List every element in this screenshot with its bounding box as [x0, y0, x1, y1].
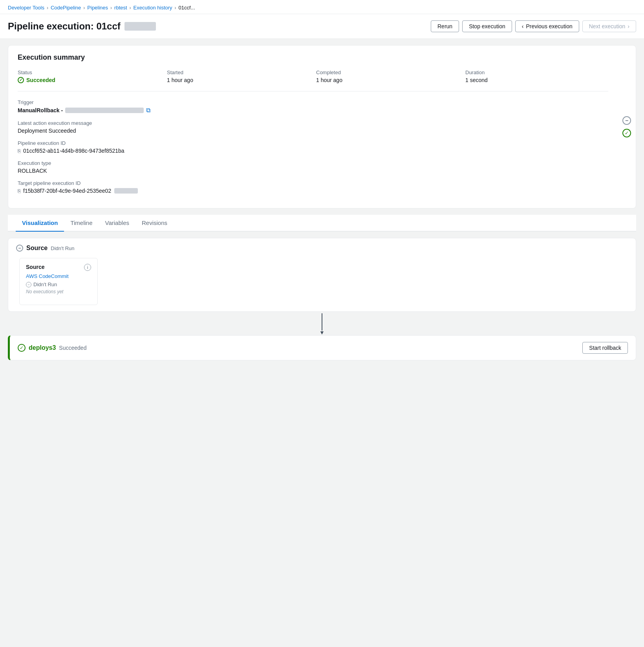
deploy-stage-icon: ✓ [18, 344, 26, 352]
breadcrumb-developer-tools[interactable]: Developer Tools [8, 5, 44, 11]
breadcrumb-sep-4: › [130, 5, 131, 11]
latest-action-field: Latest action execution message Deployme… [18, 120, 608, 134]
breadcrumb-pipelines[interactable]: Pipelines [87, 5, 108, 11]
next-execution-button[interactable]: Next execution › [582, 20, 636, 32]
target-id-row: ⎘ f15b38f7-20bf-4c9e-94ed-2535ee02 [18, 188, 608, 194]
tabs: Visualization Timeline Variables Revisio… [8, 215, 636, 232]
source-info-icon[interactable]: i [84, 264, 91, 271]
target-id-blurred [114, 188, 138, 194]
execution-type-field: Execution type ROLLBACK [18, 160, 608, 174]
execution-summary-card: Execution summary Status Succeeded Start… [8, 45, 636, 208]
completed-value: 1 hour ago [316, 77, 459, 83]
execution-type-label: Execution type [18, 160, 608, 166]
source-stage-status: Didn't Run [51, 245, 74, 251]
breadcrumb-sep-2: › [83, 5, 85, 11]
breadcrumb-current: 01ccf... [179, 5, 195, 11]
stage-arrow-connector: ▼ [8, 312, 636, 335]
source-executions-text: No executions yet [26, 289, 91, 294]
breadcrumb-sep-1: › [47, 5, 48, 11]
header-actions: Rerun Stop execution ‹ Previous executio… [431, 20, 636, 32]
deploy-stage: ✓ deploys3 Succeeded Start rollback [8, 335, 636, 360]
side-indicator-minus: − [622, 116, 631, 125]
completed-field: Completed 1 hour ago [316, 69, 459, 83]
source-action-status-icon: − [26, 282, 31, 287]
trigger-field: Trigger ManualRollback - ⧉ [18, 99, 608, 114]
started-value: 1 hour ago [167, 77, 310, 83]
side-indicator-check: ✓ [622, 129, 631, 137]
main-content: Execution summary Status Succeeded Start… [0, 39, 644, 367]
completed-label: Completed [316, 69, 459, 75]
source-actions: Source i AWS CodeCommit − Didn't Run No … [16, 258, 628, 305]
source-provider-link[interactable]: AWS CodeCommit [26, 273, 91, 279]
status-field: Status Succeeded [18, 69, 161, 83]
trigger-value: ManualRollback - [18, 107, 63, 113]
chevron-right-icon: › [628, 23, 629, 29]
execution-id-label: Pipeline execution ID [18, 140, 608, 146]
execution-id-row: ⎘ 01ccf652-ab11-4d4b-898c-9473ef8521ba [18, 148, 608, 154]
source-action-card: Source i AWS CodeCommit − Didn't Run No … [19, 258, 98, 305]
summary-title: Execution summary [18, 53, 608, 62]
rerun-button[interactable]: Rerun [431, 20, 459, 32]
breadcrumb-sep-5: › [175, 5, 176, 11]
target-id-field: Target pipeline execution ID ⎘ f15b38f7-… [18, 180, 608, 194]
tab-visualization[interactable]: Visualization [16, 215, 64, 232]
target-copy-icon[interactable]: ⎘ [18, 188, 21, 194]
latest-action-label: Latest action execution message [18, 120, 608, 126]
execution-type-value: ROLLBACK [18, 168, 608, 174]
tab-timeline[interactable]: Timeline [64, 215, 99, 232]
breadcrumb-rbtest[interactable]: rbtest [114, 5, 127, 11]
breadcrumb: Developer Tools › CodePipeline › Pipelin… [0, 0, 644, 14]
start-rollback-button[interactable]: Start rollback [582, 342, 628, 354]
previous-execution-button[interactable]: ‹ Previous execution [515, 20, 579, 32]
status-succeeded-icon [18, 77, 24, 83]
source-action-status: − Didn't Run [26, 281, 91, 287]
execution-id-value: 01ccf652-ab11-4d4b-898c-9473ef8521ba [23, 148, 124, 154]
source-stage: − Source Didn't Run Source i AWS CodeCom… [8, 238, 636, 312]
page-title-text: Pipeline execution: 01ccf [8, 21, 121, 32]
deploy-stage-name: deploys3 [29, 344, 56, 351]
started-field: Started 1 hour ago [167, 69, 310, 83]
page-title: Pipeline execution: 01ccf [8, 21, 156, 32]
breadcrumb-execution-history[interactable]: Execution history [134, 5, 172, 11]
duration-label: Duration [465, 69, 608, 75]
duration-value: 1 second [465, 77, 608, 83]
trigger-value-row: ManualRollback - ⧉ [18, 107, 608, 114]
deploy-stage-header: ✓ deploys3 Succeeded Start rollback [18, 342, 628, 354]
source-stage-name: Source [26, 245, 48, 252]
trigger-label: Trigger [18, 99, 608, 105]
source-stage-icon: − [16, 245, 23, 252]
status-value: Succeeded [18, 77, 161, 83]
source-action-header: Source i [26, 264, 91, 271]
started-label: Started [167, 69, 310, 75]
stop-execution-button[interactable]: Stop execution [462, 20, 512, 32]
source-action-name: Source [26, 264, 44, 270]
target-id-value: f15b38f7-20bf-4c9e-94ed-2535ee02 [23, 188, 111, 194]
source-stage-header: − Source Didn't Run [16, 245, 628, 252]
latest-action-value: Deployment Succeeded [18, 128, 608, 134]
tab-revisions[interactable]: Revisions [135, 215, 174, 232]
duration-field: Duration 1 second [465, 69, 608, 83]
execution-id-field: Pipeline execution ID ⎘ 01ccf652-ab11-4d… [18, 140, 608, 154]
page-header: Pipeline execution: 01ccf Rerun Stop exe… [0, 14, 644, 39]
page-title-id-blur [124, 22, 156, 31]
pipeline-visualization: − Source Didn't Run Source i AWS CodeCom… [8, 232, 636, 360]
trigger-link-blurred [65, 108, 144, 113]
target-id-label: Target pipeline execution ID [18, 180, 608, 186]
deploy-stage-left: ✓ deploys3 Succeeded [18, 344, 86, 352]
deploy-stage-status: Succeeded [59, 345, 86, 351]
tab-variables[interactable]: Variables [99, 215, 135, 232]
chevron-left-icon: ‹ [522, 23, 524, 29]
copy-icon[interactable]: ⎘ [18, 148, 21, 154]
breadcrumb-sep-3: › [110, 5, 112, 11]
breadcrumb-codepipeline[interactable]: CodePipeline [51, 5, 81, 11]
summary-grid: Status Succeeded Started 1 hour ago Comp… [18, 69, 608, 91]
status-label: Status [18, 69, 161, 75]
external-link-icon[interactable]: ⧉ [146, 107, 150, 114]
